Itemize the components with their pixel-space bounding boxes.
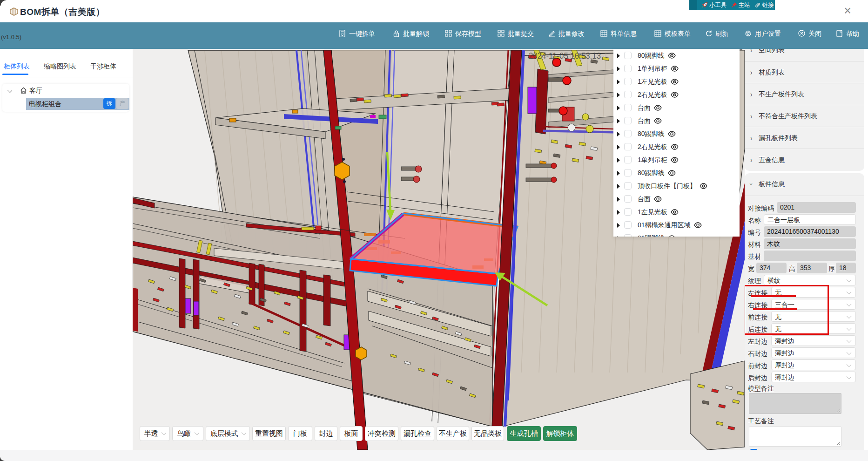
svg-text:2024-11-05 16:53.13: 2024-11-05 16:53.13 — [529, 51, 601, 61]
